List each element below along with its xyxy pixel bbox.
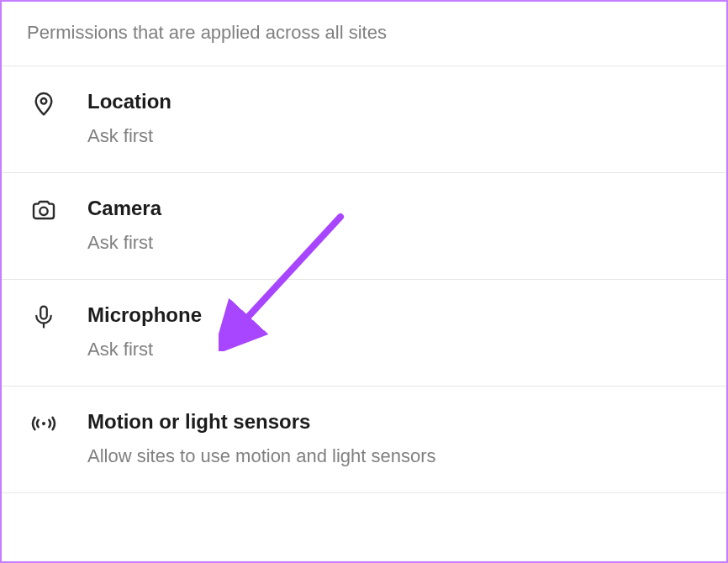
svg-point-1 [40, 208, 47, 215]
svg-rect-2 [40, 307, 47, 319]
permission-title: Camera [87, 197, 161, 220]
location-icon [27, 87, 61, 120]
permission-subtitle: Ask first [87, 339, 202, 360]
permission-subtitle: Ask first [87, 232, 161, 254]
permission-row-camera[interactable]: Camera Ask first [2, 173, 726, 280]
camera-icon [27, 193, 61, 227]
permission-subtitle: Ask first [87, 125, 171, 147]
motion-sensors-icon [27, 407, 61, 440]
svg-point-4 [42, 422, 45, 425]
permission-title: Location [87, 90, 171, 113]
permission-title: Motion or light sensors [87, 410, 436, 434]
permissions-header: Permissions that are applied across all … [2, 2, 726, 66]
svg-point-0 [41, 98, 47, 104]
microphone-icon [27, 300, 61, 334]
permission-row-location[interactable]: Location Ask first [2, 66, 726, 173]
permission-row-microphone[interactable]: Microphone Ask first [2, 280, 726, 387]
permission-subtitle: Allow sites to use motion and light sens… [87, 445, 436, 467]
permission-row-motion-sensors[interactable]: Motion or light sensors Allow sites to u… [2, 387, 726, 493]
permission-title: Microphone [87, 303, 202, 327]
